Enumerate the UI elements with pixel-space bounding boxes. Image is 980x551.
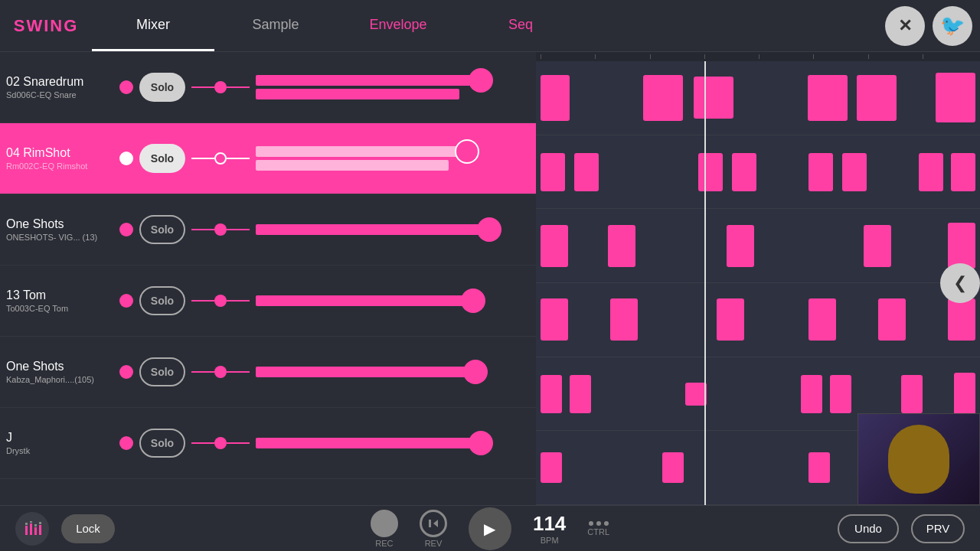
seq-block[interactable] bbox=[808, 153, 833, 191]
seq-block[interactable] bbox=[541, 225, 568, 267]
undo-button[interactable]: Undo bbox=[838, 514, 899, 543]
fader-bar[interactable] bbox=[256, 146, 459, 157]
seq-block[interactable] bbox=[830, 375, 851, 413]
seq-block[interactable] bbox=[801, 375, 822, 413]
seq-block[interactable] bbox=[951, 153, 975, 191]
fader-knob[interactable] bbox=[463, 360, 488, 384]
solo-button[interactable]: Solo bbox=[139, 215, 185, 244]
dot bbox=[596, 521, 601, 526]
seq-block[interactable] bbox=[694, 77, 733, 119]
solo-button[interactable]: Solo bbox=[139, 144, 185, 173]
seq-block[interactable] bbox=[698, 153, 723, 191]
seq-block[interactable] bbox=[717, 298, 744, 341]
bpm-display: 114 BPM bbox=[533, 512, 566, 545]
svg-marker-9 bbox=[433, 520, 438, 527]
mute-button[interactable] bbox=[119, 223, 133, 236]
pan-knob[interactable] bbox=[214, 152, 227, 165]
bird-button[interactable]: 🐦 bbox=[933, 6, 972, 46]
seq-block[interactable] bbox=[541, 298, 568, 341]
seq-block[interactable] bbox=[954, 373, 975, 415]
mute-button[interactable] bbox=[119, 80, 133, 94]
fader-knob[interactable] bbox=[477, 217, 501, 242]
fader-bar[interactable] bbox=[256, 438, 473, 448]
fader-bar[interactable] bbox=[256, 295, 466, 306]
fader-bar[interactable] bbox=[256, 224, 482, 235]
pan-control bbox=[191, 437, 250, 449]
fader-bar[interactable] bbox=[256, 367, 468, 377]
track-info: One Shots ONESHOTS- VIG... (13) bbox=[6, 217, 113, 242]
tab-seq[interactable]: Seq bbox=[459, 0, 582, 51]
back-arrow-button[interactable]: ❮ bbox=[940, 263, 980, 303]
seq-block[interactable] bbox=[685, 383, 707, 406]
app-logo: SWING bbox=[0, 0, 92, 51]
seq-block[interactable] bbox=[727, 225, 754, 267]
fader-knob[interactable] bbox=[461, 289, 485, 313]
seq-block[interactable] bbox=[948, 298, 975, 341]
pan-knob[interactable] bbox=[214, 81, 227, 93]
seq-block[interactable] bbox=[541, 153, 565, 191]
seq-block[interactable] bbox=[541, 375, 562, 413]
seq-block[interactable] bbox=[901, 375, 923, 413]
tab-sample[interactable]: Sample bbox=[214, 0, 337, 51]
seq-block[interactable] bbox=[857, 75, 897, 121]
rec-button[interactable]: REC bbox=[371, 510, 398, 548]
seq-block[interactable] bbox=[864, 225, 891, 267]
seq-block[interactable] bbox=[643, 75, 683, 121]
prv-button[interactable]: PRV bbox=[911, 514, 965, 543]
fader-area bbox=[256, 295, 530, 306]
seq-block[interactable] bbox=[808, 452, 830, 483]
pan-knob[interactable] bbox=[214, 437, 227, 449]
seq-block[interactable] bbox=[541, 452, 562, 483]
svg-rect-4 bbox=[34, 527, 37, 535]
seq-block[interactable] bbox=[610, 298, 638, 341]
seq-row bbox=[536, 209, 980, 283]
close-button[interactable]: ✕ bbox=[885, 6, 925, 46]
seq-block[interactable] bbox=[842, 153, 867, 191]
seq-block[interactable] bbox=[732, 153, 756, 191]
mute-button[interactable] bbox=[119, 365, 133, 379]
mute-button[interactable] bbox=[119, 152, 133, 165]
pan-knob[interactable] bbox=[214, 366, 227, 378]
track-sub: Kabza_Maphori....(105) bbox=[6, 375, 113, 384]
pan-knob[interactable] bbox=[214, 295, 227, 307]
seq-block[interactable] bbox=[574, 153, 599, 191]
rec-icon bbox=[371, 510, 398, 537]
fader-bar[interactable] bbox=[256, 75, 473, 86]
seq-row bbox=[536, 283, 980, 357]
mute-button[interactable] bbox=[119, 294, 133, 308]
seq-block[interactable] bbox=[570, 375, 591, 413]
ctrl-label: CTRL bbox=[587, 527, 609, 536]
seq-block[interactable] bbox=[608, 225, 635, 267]
fader-track-top bbox=[256, 438, 530, 448]
seq-block[interactable] bbox=[936, 73, 975, 122]
rev-label: REV bbox=[425, 539, 443, 548]
seq-block[interactable] bbox=[541, 75, 570, 121]
lock-button[interactable]: Lock bbox=[61, 514, 115, 543]
seq-block[interactable] bbox=[808, 75, 848, 121]
rec-label: REC bbox=[375, 539, 393, 548]
solo-button[interactable]: Solo bbox=[139, 286, 185, 315]
seq-block[interactable] bbox=[662, 452, 684, 483]
fader-area bbox=[256, 367, 530, 377]
pan-knob[interactable] bbox=[214, 223, 227, 236]
eq-button[interactable] bbox=[15, 512, 49, 546]
track-name: J bbox=[6, 431, 113, 445]
seq-block[interactable] bbox=[919, 153, 943, 191]
play-button[interactable]: ▶ bbox=[469, 507, 511, 550]
rev-icon bbox=[420, 510, 447, 537]
ctrl-button[interactable]: CTRL bbox=[587, 521, 609, 536]
tab-mixer[interactable]: Mixer bbox=[92, 0, 214, 51]
tab-envelope[interactable]: Envelope bbox=[337, 0, 459, 51]
toolbar: Lock REC REV ▶ bbox=[0, 505, 980, 551]
seq-block[interactable] bbox=[878, 298, 906, 341]
seq-block[interactable] bbox=[808, 298, 836, 341]
svg-rect-10 bbox=[429, 520, 431, 527]
solo-button[interactable]: Solo bbox=[139, 357, 185, 386]
fader-track-top bbox=[256, 224, 530, 235]
mute-button[interactable] bbox=[119, 436, 133, 450]
fader-knob[interactable] bbox=[469, 431, 493, 455]
rev-button[interactable]: REV bbox=[420, 510, 447, 548]
solo-button[interactable]: Solo bbox=[139, 429, 185, 458]
solo-button[interactable]: Solo bbox=[139, 73, 185, 102]
seq-block[interactable] bbox=[948, 223, 975, 269]
